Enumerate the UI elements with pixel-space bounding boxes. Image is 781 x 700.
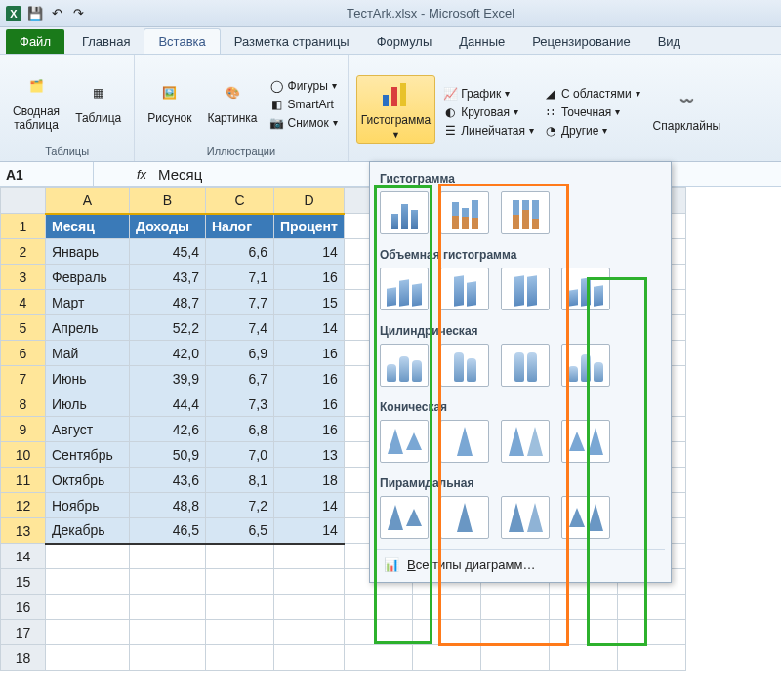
chart-cone-100stacked[interactable] xyxy=(501,420,550,463)
chart-pyr-clustered[interactable] xyxy=(380,496,429,539)
cell[interactable] xyxy=(206,544,274,569)
cell[interactable] xyxy=(549,645,617,671)
cell-B1[interactable]: Доходы xyxy=(130,214,206,239)
cell[interactable] xyxy=(130,645,206,671)
cell[interactable] xyxy=(344,595,412,620)
cell[interactable]: Январь xyxy=(46,239,130,265)
undo-icon[interactable]: ↶ xyxy=(49,6,64,21)
pie-chart-button[interactable]: ◐Круговая xyxy=(441,104,536,120)
cell[interactable] xyxy=(344,645,412,671)
row-4[interactable]: 4 xyxy=(1,290,46,315)
col-D[interactable]: D xyxy=(274,188,345,214)
row-6[interactable]: 6 xyxy=(1,341,46,366)
cell[interactable]: 44,4 xyxy=(130,391,206,417)
cell[interactable] xyxy=(274,620,345,645)
save-icon[interactable]: 💾 xyxy=(27,6,43,21)
row-11[interactable]: 11 xyxy=(1,468,46,493)
cell[interactable]: 7,3 xyxy=(206,391,274,417)
cell[interactable]: 6,9 xyxy=(206,341,274,366)
cell[interactable]: Август xyxy=(46,417,130,442)
cell[interactable] xyxy=(549,620,617,645)
select-all-corner[interactable] xyxy=(1,188,46,214)
cell[interactable] xyxy=(412,595,480,620)
cell[interactable] xyxy=(46,645,130,671)
cell[interactable]: 48,7 xyxy=(130,290,206,315)
cell[interactable] xyxy=(206,569,274,595)
shapes-button[interactable]: ◯Фигуры xyxy=(268,78,340,94)
chart-100stacked-3d[interactable] xyxy=(501,268,550,310)
row-7[interactable]: 7 xyxy=(1,366,46,391)
tab-file[interactable]: Файл xyxy=(6,29,64,54)
cell[interactable]: 16 xyxy=(274,417,345,442)
cell[interactable]: 14 xyxy=(274,315,345,341)
other-charts-button[interactable]: ◔Другие xyxy=(542,123,642,139)
cell[interactable] xyxy=(617,645,685,671)
tab-insert[interactable]: Вставка xyxy=(144,28,220,54)
cell[interactable] xyxy=(130,569,206,595)
col-A[interactable]: A xyxy=(46,188,130,214)
cell[interactable]: 15 xyxy=(274,290,345,315)
cell[interactable] xyxy=(617,620,685,645)
cell[interactable]: 14 xyxy=(274,518,345,544)
tab-home[interactable]: Главная xyxy=(68,29,144,54)
sparklines-button[interactable]: 〰️ Спарклайны xyxy=(648,81,726,137)
cell[interactable] xyxy=(274,595,345,620)
cell[interactable] xyxy=(412,645,480,671)
tab-data[interactable]: Данные xyxy=(445,29,518,54)
chart-stacked-3d[interactable] xyxy=(440,268,489,310)
cell[interactable]: 6,6 xyxy=(206,239,274,265)
chart-cone-stacked[interactable] xyxy=(440,420,489,463)
table-button[interactable]: ▦ Таблица xyxy=(70,73,126,129)
cell[interactable]: 7,2 xyxy=(206,493,274,518)
cell[interactable]: Декабрь xyxy=(46,518,130,544)
cell-C1[interactable]: Налог xyxy=(206,214,274,239)
cell[interactable]: 14 xyxy=(274,239,345,265)
cell[interactable]: Июль xyxy=(46,391,130,417)
cell[interactable]: 42,0 xyxy=(130,341,206,366)
cell[interactable]: 7,7 xyxy=(206,290,274,315)
cell[interactable]: 50,9 xyxy=(130,442,206,468)
area-chart-button[interactable]: ◢С областями xyxy=(542,86,642,102)
cell[interactable]: Ноябрь xyxy=(46,493,130,518)
chart-pyr-3d[interactable] xyxy=(561,496,610,539)
cell[interactable] xyxy=(480,595,549,620)
cell[interactable]: 16 xyxy=(274,391,345,417)
cell[interactable] xyxy=(46,595,130,620)
scatter-chart-button[interactable]: ∷Точечная xyxy=(542,104,642,120)
tab-formulas[interactable]: Формулы xyxy=(363,29,446,54)
cell[interactable]: 6,7 xyxy=(206,366,274,391)
cell[interactable]: 42,6 xyxy=(130,417,206,442)
redo-icon[interactable]: ↷ xyxy=(70,6,86,21)
cell[interactable]: 6,5 xyxy=(206,518,274,544)
row-18[interactable]: 18 xyxy=(1,645,46,671)
cell[interactable]: 6,8 xyxy=(206,417,274,442)
chart-cyl-stacked[interactable] xyxy=(440,344,489,387)
cell[interactable] xyxy=(206,620,274,645)
row-17[interactable]: 17 xyxy=(1,620,46,645)
chart-stacked-2d[interactable] xyxy=(440,191,489,234)
cell[interactable]: Апрель xyxy=(46,315,130,341)
pivot-table-button[interactable]: 🗂️ Сводная таблица xyxy=(8,66,64,136)
cell[interactable] xyxy=(480,645,549,671)
row-2[interactable]: 2 xyxy=(1,239,46,265)
cell[interactable]: 13 xyxy=(274,442,345,468)
cell[interactable] xyxy=(344,620,412,645)
col-C[interactable]: C xyxy=(206,188,274,214)
cell[interactable]: 18 xyxy=(274,468,345,493)
cell-A1[interactable]: Месяц xyxy=(46,214,130,239)
cell[interactable]: 8,1 xyxy=(206,468,274,493)
cell[interactable] xyxy=(617,595,685,620)
cell[interactable] xyxy=(130,544,206,569)
picture-button[interactable]: 🖼️ Рисунок xyxy=(143,73,196,129)
cell[interactable]: 46,5 xyxy=(130,518,206,544)
chart-100stacked-2d[interactable] xyxy=(501,191,550,234)
cell[interactable]: 16 xyxy=(274,366,345,391)
row-13[interactable]: 13 xyxy=(1,518,46,544)
chart-pyr-stacked[interactable] xyxy=(440,496,489,539)
chart-cone-3d[interactable] xyxy=(561,420,610,463)
cell[interactable]: Июнь xyxy=(46,366,130,391)
fx-label[interactable]: fx xyxy=(94,167,152,182)
cell[interactable] xyxy=(274,544,345,569)
tab-view[interactable]: Вид xyxy=(644,29,695,54)
clipart-button[interactable]: 🎨 Картинка xyxy=(202,73,262,129)
